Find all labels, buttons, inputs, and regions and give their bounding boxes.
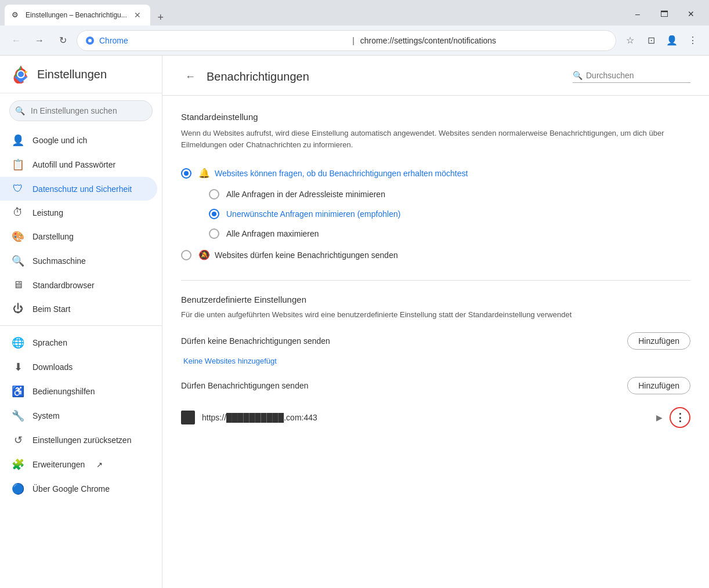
sidebar-item-default-browser[interactable]: 🖥Standardbrowser [0,273,157,297]
page-search[interactable]: 🔍 [573,71,690,83]
sub-radio-maximize[interactable]: Alle Anfragen maximieren [209,224,690,244]
maximize-button[interactable]: 🗖 [651,5,678,23]
sidebar-item-autofill[interactable]: 📋Autofill und Passwörter [0,153,157,177]
sidebar-item-about[interactable]: 🔵Über Google Chrome [0,477,157,501]
sidebar: Einstellungen 🔍 👤Google und ich📋Autofill… [0,56,162,588]
external-link-icon: ↗ [96,460,103,469]
profile-button[interactable]: 👤 [663,31,681,50]
sidebar-item-extensions[interactable]: 🧩Erweiterungen↗ [0,452,157,477]
sidebar-search[interactable]: 🔍 [9,100,153,121]
minimize-button[interactable]: – [624,5,651,23]
sidebar-item-label-extensions: Erweiterungen [32,460,85,469]
block-group-header: Dürfen keine Benachrichtigungen senden H… [181,332,690,350]
page-area: ← Benachrichtigungen 🔍 Standardeinstellu… [162,56,709,588]
sidebar-item-system[interactable]: 🔧System [0,404,157,428]
bell-icon: 🔔 [198,168,210,179]
sub-radio-minimize-unwanted-circle [209,209,219,219]
radio-allow[interactable]: 🔔 Websites können fragen, ob du Benachri… [181,162,690,184]
sidebar-item-label-reset: Einstellungen zurücksetzen [32,435,131,445]
allow-group-label: Dürfen Benachrichtigungen senden [181,381,309,390]
section-divider [181,280,690,281]
active-tab[interactable]: ⚙ Einstellungen – Benachrichtigu... ✕ [5,5,150,26]
window-controls: – 🗖 ✕ [624,5,704,26]
nav-icon-accessibility: ♿ [12,385,24,398]
address-favicon-icon [85,36,95,45]
sidebar-item-google[interactable]: 👤Google und ich [0,128,157,153]
tab-close-button[interactable]: ✕ [132,9,143,21]
close-button[interactable]: ✕ [678,5,704,23]
block-group-add-button[interactable]: Hinzufügen [627,332,690,350]
reload-button[interactable]: ↻ [53,31,72,50]
sidebar-item-label-startup: Beim Start [32,304,70,314]
svg-point-5 [18,71,24,77]
sub-radio-minimize-address[interactable]: Alle Anfragen in der Adressleiste minimi… [209,184,690,204]
nav-icon-languages: 🌐 [12,336,24,349]
standard-section-title: Standardeinstellung [181,112,690,122]
sub-radio-minimize-unwanted-label: Unerwünschte Anfragen minimieren (empfoh… [226,209,400,219]
address-url: chrome://settings/content/notifications [360,36,607,45]
site-favicon-icon [181,411,195,424]
bell-mute-icon: 🔕 [198,249,210,260]
sidebar-item-label-accessibility: Bedienungshilfen [32,387,95,396]
settings-header: Einstellungen [0,56,162,93]
sidebar-item-label-languages: Sprachen [32,338,67,347]
menu-button[interactable]: ⋮ [683,31,702,50]
tab-title: Einstellungen – Benachrichtigu... [26,11,127,19]
nav-icon-google: 👤 [12,134,24,147]
main-content: Einstellungen 🔍 👤Google und ich📋Autofill… [0,56,709,588]
nav-icon-autofill: 📋 [12,158,24,171]
sub-radio-minimize-address-label: Alle Anfragen in der Adressleiste minimi… [226,190,385,199]
tab-favicon-icon: ⚙ [12,10,21,20]
allow-group-add-button[interactable]: Hinzufügen [627,377,690,394]
nav-icon-default-browser: 🖥 [12,279,24,291]
nav-icon-extensions: 🧩 [12,458,24,471]
sidebar-item-label-appearance: Darstellung [32,232,74,241]
address-bar[interactable]: Chrome | chrome://settings/content/notif… [77,30,616,51]
settings-title: Einstellungen [37,68,107,81]
sidebar-item-label-performance: Leistung [32,208,63,217]
nav-icon-search: 🔍 [12,255,24,267]
content-area: Standardeinstellung Wenn du Websites auf… [162,96,709,450]
sidebar-item-startup[interactable]: ⏻Beim Start [0,297,157,321]
sidebar-item-search[interactable]: 🔍Suchmaschine [0,249,157,273]
sidebar-toggle-button[interactable]: ⊡ [642,31,660,50]
sub-radio-minimize-unwanted[interactable]: Unerwünschte Anfragen minimieren (empfoh… [209,204,690,224]
site-url: https://██████████.com:443 [202,413,649,422]
nav-icon-appearance: 🎨 [12,230,24,243]
sidebar-item-privacy[interactable]: 🛡Datenschutz und Sicherheit [0,177,157,201]
chrome-logo-icon [12,65,30,84]
sidebar-item-performance[interactable]: ⏱Leistung [0,201,157,224]
sidebar-item-downloads[interactable]: ⬇Downloads [0,355,157,379]
standard-section-desc: Wenn du Websites aufrufst, wird diese Ei… [181,128,690,150]
allow-group-header: Dürfen Benachrichtigungen senden Hinzufü… [181,377,690,394]
sidebar-item-appearance[interactable]: 🎨Darstellung [0,224,157,249]
site-row: https://██████████.com:443 ▶ ⋮ [181,401,690,434]
forward-button[interactable]: → [30,31,49,50]
radio-block[interactable]: 🔕 Websites dürfen keine Benachrichtigung… [181,244,690,266]
block-group-label: Dürfen keine Benachrichtigungen senden [181,336,330,346]
sidebar-item-label-privacy: Datenschutz und Sicherheit [32,184,132,194]
sub-radio-maximize-circle [209,228,219,239]
bookmark-button[interactable]: ☆ [621,31,639,50]
radio-group-main: 🔔 Websites können fragen, ob du Benachri… [181,162,690,266]
sidebar-search-input[interactable] [9,100,153,121]
page-search-input[interactable] [586,71,690,80]
page-header: ← Benachrichtigungen 🔍 [162,56,709,96]
toolbar-icons: ☆ ⊡ 👤 ⋮ [621,31,702,50]
sidebar-item-languages[interactable]: 🌐Sprachen [0,331,157,355]
address-label: Chrome [99,36,346,45]
back-button[interactable]: ← [7,31,26,50]
sidebar-item-label-google: Google und ich [32,136,87,145]
page-header-left: ← Benachrichtigungen [181,67,309,86]
back-navigation-button[interactable]: ← [181,67,200,86]
sidebar-search-icon: 🔍 [15,106,25,115]
new-tab-button[interactable]: + [153,9,169,26]
custom-section-desc: Für die unten aufgeführten Websites wird… [181,309,690,321]
sidebar-item-label-system: System [32,411,60,420]
block-group-empty: Keine Websites hinzugefügt [181,357,690,365]
sub-radio-maximize-label: Alle Anfragen maximieren [226,229,319,238]
sidebar-item-reset[interactable]: ↺Einstellungen zurücksetzen [0,428,157,452]
site-more-button[interactable]: ⋮ [670,407,690,428]
sidebar-item-accessibility[interactable]: ♿Bedienungshilfen [0,379,157,404]
toolbar: ← → ↻ Chrome | chrome://settings/content… [0,26,709,56]
